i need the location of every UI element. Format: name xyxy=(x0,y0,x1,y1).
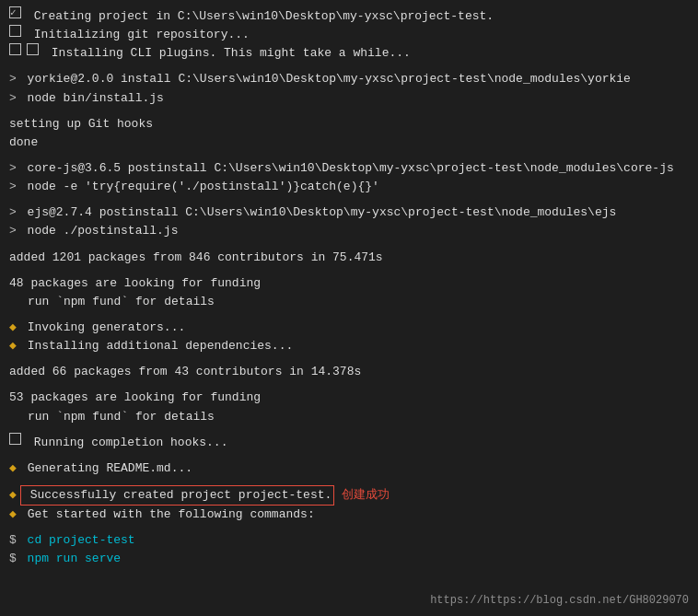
line-added-1201: added 1201 packages from 846 contributor… xyxy=(9,249,689,267)
arrow-yorkie: > xyxy=(9,70,17,88)
text-creating: Creating project in C:\Users\win10\Deskt… xyxy=(27,7,494,26)
text-corejs: core-js@3.6.5 postinstall C:\Users\win10… xyxy=(20,159,674,178)
checkbox-installing-cli xyxy=(9,43,21,55)
line-done: done xyxy=(9,134,689,152)
line-init-git: Initializing git repository... xyxy=(9,26,689,44)
text-48-packages: 48 packages are looking for funding xyxy=(9,274,261,293)
dollar-cd: $ xyxy=(9,531,17,550)
diamond-get-started: ◆ xyxy=(9,506,17,524)
text-node-postinstall: node ./postinstall.js xyxy=(20,222,179,240)
line-creating: Creating project in C:\Users\win10\Deskt… xyxy=(9,7,689,26)
text-npm-serve: npm run serve xyxy=(20,550,121,568)
terminal-window: Creating project in C:\Users\win10\Deskt… xyxy=(0,0,698,616)
line-corejs: > core-js@3.6.5 postinstall C:\Users\win… xyxy=(9,159,689,178)
spacer xyxy=(9,63,689,70)
diamond-readme: ◆ xyxy=(9,459,17,478)
checkbox-installing-cli2 xyxy=(27,43,39,55)
text-node-install: node bin/install.js xyxy=(20,89,164,108)
arrow-node-install: > xyxy=(9,89,17,108)
spacer11 xyxy=(9,452,689,459)
text-created-success: 创建成功 xyxy=(342,486,390,505)
text-yorkie: yorkie@2.0.0 install C:\Users\win10\Desk… xyxy=(20,70,631,88)
line-53-packages: 53 packages are looking for funding xyxy=(9,389,689,407)
spacer6 xyxy=(9,267,689,274)
text-node-e: node -e 'try{require('./postinstall')}ca… xyxy=(20,178,379,196)
line-git-hooks: setting up Git hooks xyxy=(9,115,689,134)
arrow-node-e: > xyxy=(9,178,17,196)
line-yorkie: > yorkie@2.0.0 install C:\Users\win10\De… xyxy=(9,70,689,88)
spacer10 xyxy=(9,426,689,434)
text-success-highlighted: Successfully created project project-tes… xyxy=(20,485,334,506)
text-added-66: added 66 packages from 43 contributors i… xyxy=(9,363,361,381)
diamond-success: ◆ xyxy=(9,486,17,505)
text-get-started: Get started with the following commands: xyxy=(20,506,315,524)
text-cd: cd project-test xyxy=(20,531,135,550)
text-invoking: Invoking generators... xyxy=(20,319,185,337)
line-installing-cli: Installing CLI plugins. This might take … xyxy=(9,44,689,63)
line-installing-additional: ◆ Installing additional dependencies... xyxy=(9,337,689,355)
checkbox-init-git xyxy=(9,25,21,37)
spacer2 xyxy=(9,108,689,115)
diamond-invoking: ◆ xyxy=(9,319,17,337)
text-git-hooks: setting up Git hooks xyxy=(9,115,153,134)
arrow-corejs: > xyxy=(9,159,17,178)
line-readme: ◆ Generating README.md... xyxy=(9,459,689,478)
spacer8 xyxy=(9,355,689,363)
spacer7 xyxy=(9,311,689,319)
line-invoking: ◆ Invoking generators... xyxy=(9,319,689,337)
arrow-ejs: > xyxy=(9,203,17,222)
text-done: done xyxy=(9,134,38,152)
arrow-node-postinstall: > xyxy=(9,222,17,240)
spacer12 xyxy=(9,478,689,485)
line-npm-serve: $ npm run serve xyxy=(9,550,689,568)
line-node-install: > node bin/install.js xyxy=(9,89,689,108)
line-ejs: > ejs@2.7.4 postinstall C:\Users\win10\D… xyxy=(9,203,689,222)
text-installing-additional: Installing additional dependencies... xyxy=(20,337,293,355)
line-success: ◆ Successfully created project project-t… xyxy=(9,485,689,506)
line-completion-hooks: Running completion hooks... xyxy=(9,434,689,452)
text-run-fund1: run `npm fund` for details xyxy=(28,293,215,311)
watermark: https://https://blog.csdn.net/GH8029070 xyxy=(430,594,689,607)
spacer9 xyxy=(9,381,689,389)
line-run-fund2: run `npm fund` for details xyxy=(28,408,689,426)
text-run-fund2: run `npm fund` for details xyxy=(28,408,215,426)
text-ejs: ejs@2.7.4 postinstall C:\Users\win10\Des… xyxy=(20,203,617,222)
line-node-postinstall: > node ./postinstall.js xyxy=(9,222,689,240)
text-readme: Generating README.md... xyxy=(20,459,192,478)
spacer13 xyxy=(9,524,689,531)
text-init-git: Initializing git repository... xyxy=(27,26,250,44)
checkbox-creating xyxy=(9,6,21,18)
line-added-66: added 66 packages from 43 contributors i… xyxy=(9,363,689,381)
line-cd: $ cd project-test xyxy=(9,531,689,550)
diamond-installing-additional: ◆ xyxy=(9,337,17,355)
spacer5 xyxy=(9,241,689,249)
checkbox-completion-hooks xyxy=(9,433,21,445)
spacer3 xyxy=(9,152,689,159)
text-installing-cli: Installing CLI plugins. This might take … xyxy=(44,44,411,63)
text-53-packages: 53 packages are looking for funding xyxy=(9,389,261,407)
text-added-1201: added 1201 packages from 846 contributor… xyxy=(9,249,383,267)
spacer4 xyxy=(9,196,689,203)
dollar-npm-serve: $ xyxy=(9,550,17,568)
line-get-started: ◆ Get started with the following command… xyxy=(9,506,689,524)
line-48-packages: 48 packages are looking for funding xyxy=(9,274,689,293)
text-completion-hooks: Running completion hooks... xyxy=(27,434,227,452)
line-run-fund1: run `npm fund` for details xyxy=(28,293,689,311)
line-node-e: > node -e 'try{require('./postinstall')}… xyxy=(9,178,689,196)
